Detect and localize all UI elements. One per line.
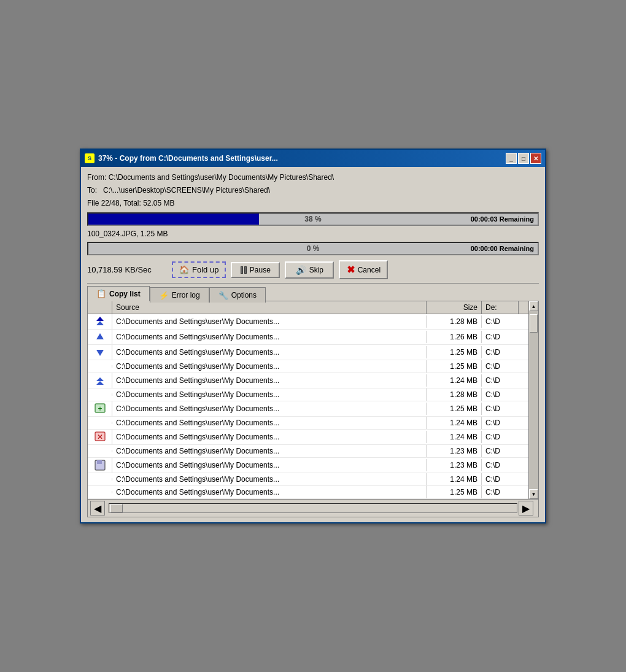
row-icon-cell (88, 314, 112, 329)
from-label: From: (87, 173, 106, 182)
pause-bars-icon (241, 266, 247, 274)
table-row: C:\Documents and Settings\user\My Docume… (88, 373, 528, 388)
svg-text:✕: ✕ (97, 433, 103, 441)
row-icon-cell (88, 450, 112, 452)
svg-marker-4 (96, 377, 104, 381)
table-row: ✕ C:\Documents and Settings\user\My Docu… (88, 430, 528, 445)
window-title: 37% - Copy from C:\Documents and Setting… (98, 154, 278, 163)
row-dest: C:\D (482, 374, 519, 387)
row-icon-cell: ✕ (88, 430, 112, 444)
title-bar-left: S 37% - Copy from C:\Documents and Setti… (85, 153, 278, 163)
speed-and-buttons-row: 10,718.59 KB/Sec 🏠 Fold up Pause 🔊 Skip (87, 260, 539, 279)
row-dest: C:\D (482, 417, 519, 429)
col-header-dest: De: (482, 301, 519, 314)
close-button[interactable]: ✕ (530, 153, 541, 164)
table-row: C:\Documents and Settings\user\My Docume… (88, 345, 528, 360)
scroll-track[interactable] (529, 311, 538, 489)
table-row: C:\Documents and Settings\user\My Docume… (88, 314, 528, 330)
row-size: 1.24 MB (427, 417, 482, 429)
cancel-button[interactable]: ✖ Cancel (339, 260, 388, 279)
table-row: C:\Documents and Settings\user\My Docume… (88, 473, 528, 486)
pause-label: Pause (250, 266, 271, 274)
skip-icon: 🔊 (296, 265, 306, 275)
tab-copy-list[interactable]: 📋 Copy list (87, 286, 150, 301)
scroll-down-button[interactable]: ▼ (529, 489, 538, 499)
to-label: To: (87, 186, 97, 195)
table-main: Source Size De: C:\Documents and Setting… (88, 301, 528, 499)
current-file-info: 100_0324.JPG, 1.25 MB (87, 230, 539, 238)
row-size: 1.23 MB (427, 445, 482, 457)
horizontal-scrollbar[interactable] (109, 503, 517, 513)
row-dest: C:\D (482, 388, 519, 401)
row-dest: C:\D (482, 473, 519, 485)
row-icon-cell (88, 330, 112, 344)
tab-options[interactable]: 🔧 Options (209, 287, 266, 303)
window-body: From: C:\Documents and Settings\user\My … (81, 167, 545, 522)
row-source: C:\Documents and Settings\user\My Docume… (112, 417, 427, 429)
tab-content-area: Source Size De: C:\Documents and Setting… (87, 301, 539, 517)
svg-marker-3 (96, 350, 104, 356)
svg-marker-5 (96, 381, 104, 385)
row-dest: C:\D (482, 315, 519, 328)
table-row: C:\Documents and Settings\user\My Docume… (88, 388, 528, 401)
fold-up-button[interactable]: 🏠 Fold up (172, 261, 226, 278)
skip-button[interactable]: 🔊 Skip (285, 261, 334, 279)
title-buttons: _ □ ✕ (506, 153, 541, 164)
row-source: C:\Documents and Settings\user\My Docume… (112, 388, 427, 401)
fold-up-label: Fold up (192, 265, 218, 274)
overall-progress-container: 38 % 00:00:03 Remaining (87, 212, 539, 226)
row-dest: C:\D (482, 403, 519, 415)
bottom-right-icon[interactable]: ▶ (519, 501, 533, 516)
col-header-source: Source (112, 301, 427, 314)
cancel-icon: ✖ (347, 264, 355, 276)
table-row: C:\Documents and Settings\user\My Docume… (88, 360, 528, 373)
row-source: C:\Documents and Settings\user\My Docume… (112, 360, 427, 373)
options-tab-label: Options (231, 291, 257, 299)
svg-marker-2 (96, 333, 104, 339)
h-scroll-thumb[interactable] (110, 504, 123, 512)
row-source: C:\Documents and Settings\user\My Docume… (112, 445, 427, 457)
row-dest: C:\D (482, 346, 519, 358)
row-icon-cell (88, 393, 112, 396)
row-source: C:\Documents and Settings\user\My Docume… (112, 331, 427, 343)
row-source: C:\Documents and Settings\user\My Docume… (112, 374, 427, 387)
file-list: C:\Documents and Settings\user\My Docume… (88, 314, 528, 499)
tab-error-log[interactable]: ⚡ Error log (150, 287, 209, 303)
pause-bar-1 (241, 266, 243, 274)
pause-button[interactable]: Pause (231, 262, 280, 278)
table-wrapper: Source Size De: C:\Documents and Setting… (88, 301, 538, 499)
row-dest: C:\D (482, 445, 519, 457)
options-tab-icon: 🔧 (218, 291, 228, 300)
file-progress-remaining: 00:00:00 Remaining (471, 245, 534, 252)
file-count-info: File 22/48, Total: 52.05 MB (87, 198, 539, 209)
row-dest: C:\D (482, 360, 519, 373)
table-row: C:\Documents and Settings\user\My Docume… (88, 486, 528, 499)
scroll-thumb[interactable] (530, 314, 538, 333)
row-icon-cell: + (88, 401, 112, 416)
to-line: To: C:\...\user\Desktop\SCREENS\My Pictu… (87, 185, 539, 196)
maximize-button[interactable]: □ (518, 153, 529, 164)
title-bar: S 37% - Copy from C:\Documents and Setti… (81, 150, 545, 167)
row-size: 1.23 MB (427, 459, 482, 471)
vertical-scrollbar[interactable]: ▲ ▼ (528, 301, 538, 499)
row-size: 1.25 MB (427, 346, 482, 358)
skip-label: Skip (309, 266, 323, 274)
file-progress-container: 0 % 00:00:00 Remaining (87, 242, 539, 255)
overall-progress-bar: 38 % 00:00:03 Remaining (87, 212, 539, 226)
svg-rect-11 (97, 460, 102, 464)
row-source: C:\Documents and Settings\user\My Docume… (112, 431, 427, 443)
from-path: C:\Documents and Settings\user\My Docume… (109, 173, 334, 182)
speed-display: 10,718.59 KB/Sec (87, 265, 167, 274)
col-header-icon (88, 301, 112, 314)
pause-bar-2 (244, 266, 247, 274)
row-dest: C:\D (482, 459, 519, 471)
bottom-left-icon[interactable]: ◀ (90, 501, 105, 516)
row-icon-cell (88, 373, 112, 388)
col-header-size: Size (427, 301, 482, 314)
app-icon: S (85, 153, 95, 163)
svg-marker-1 (96, 321, 104, 325)
row-size: 1.25 MB (427, 403, 482, 415)
scroll-up-button[interactable]: ▲ (529, 301, 538, 311)
minimize-button[interactable]: _ (506, 153, 517, 164)
row-size: 1.24 MB (427, 374, 482, 387)
